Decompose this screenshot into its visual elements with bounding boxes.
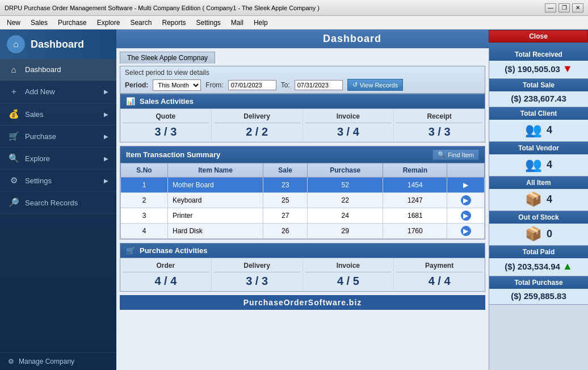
stat-title-2: Total Client bbox=[489, 107, 588, 120]
sidebar-item-search-records[interactable]: 🔎 Search Records bbox=[0, 192, 116, 214]
table-row[interactable]: 1 Mother Board 23 52 1454 ▶ bbox=[121, 178, 485, 193]
row-action-button-3[interactable]: ▶ bbox=[461, 226, 471, 236]
sidebar-item-sales[interactable]: 💰 Sales ▶ bbox=[0, 103, 116, 125]
find-item-button[interactable]: 🔍 Find Item bbox=[432, 149, 479, 160]
stat-title-5: Out of Stock bbox=[489, 211, 588, 224]
stat-count-container-5: 📦 0 bbox=[494, 226, 583, 242]
menu-item-sales[interactable]: Sales bbox=[26, 18, 52, 28]
close-dashboard-button[interactable]: Close bbox=[489, 30, 588, 43]
cart-icon: 🛒 bbox=[126, 246, 135, 255]
cell-action-0: ▶ bbox=[447, 178, 485, 193]
sidebar-item-label-1: Add New bbox=[25, 87, 55, 96]
menu-item-settings[interactable]: Settings bbox=[192, 18, 225, 28]
table-row[interactable]: 3 Printer 27 24 1681 ▶ bbox=[121, 208, 485, 224]
company-tab[interactable]: The Sleek Apple Compnay bbox=[120, 52, 215, 64]
maximize-button[interactable]: ❐ bbox=[558, 3, 570, 12]
sales-activity-cell-2: Invoice 3 / 4 bbox=[303, 109, 394, 142]
main-layout: ⌂ Dashboard ⌂ Dashboard ＋ Add New ▶ 💰 Sa… bbox=[0, 30, 588, 370]
sidebar-icon-6: 🔎 bbox=[8, 197, 19, 208]
dashboard-icon: ⌂ bbox=[7, 35, 25, 53]
period-controls: Period: This Month From: To: ↺ View Reco… bbox=[125, 79, 480, 91]
purchase-activities-header: 🛒 Purchase Activities bbox=[120, 243, 485, 258]
view-records-button[interactable]: ↺ View Records bbox=[347, 79, 404, 91]
cell-sno-0: 1 bbox=[121, 178, 168, 193]
cell-name-0: Mother Board bbox=[168, 178, 263, 193]
stat-card-5: Out of Stock 📦 0 bbox=[489, 211, 588, 246]
stat-value-1: ($) 238,607.43 bbox=[494, 94, 583, 103]
purchase-activity-value-3: 4 / 4 bbox=[396, 275, 482, 288]
cell-name-3: Hard Disk bbox=[168, 224, 263, 239]
from-label: From: bbox=[205, 81, 223, 89]
window-controls: — ❐ ✕ bbox=[545, 3, 583, 12]
purchase-activities-title: Purchase Activities bbox=[140, 246, 207, 255]
sidebar-item-add-new[interactable]: ＋ Add New ▶ bbox=[0, 81, 116, 103]
menu-bar: NewSalesPurchaseExploreSearchReportsSett… bbox=[0, 16, 588, 30]
chevron-right-icon: ▶ bbox=[104, 155, 108, 162]
cell-name-1: Keyboard bbox=[168, 193, 263, 208]
menu-item-help[interactable]: Help bbox=[249, 18, 272, 28]
find-item-label: Find Item bbox=[448, 152, 474, 158]
stat-card-3: Total Vendor 👥 4 bbox=[489, 142, 588, 176]
cell-purchase-1: 22 bbox=[308, 193, 383, 208]
close-window-button[interactable]: ✕ bbox=[572, 3, 583, 12]
up-arrow-icon: ▲ bbox=[562, 260, 573, 272]
table-row[interactable]: 2 Keyboard 25 22 1247 ▶ bbox=[121, 193, 485, 208]
sales-activities-title: Sales Activities bbox=[140, 97, 194, 106]
menu-item-search[interactable]: Search bbox=[125, 18, 156, 28]
sidebar-item-label-0: Dashboard bbox=[25, 65, 61, 74]
period-select[interactable]: This Month bbox=[153, 79, 201, 91]
cell-sno-2: 3 bbox=[121, 208, 168, 224]
from-date-input[interactable] bbox=[228, 80, 276, 90]
sidebar-header: ⌂ Dashboard bbox=[0, 30, 116, 59]
table-row[interactable]: 4 Hard Disk 26 29 1760 ▶ bbox=[121, 224, 485, 239]
sidebar-item-label-2: Sales bbox=[25, 110, 44, 119]
menu-item-explore[interactable]: Explore bbox=[93, 18, 125, 28]
purchase-activity-grid: Order 4 / 4 Delivery 3 / 3 Invoice 4 / 5… bbox=[120, 258, 485, 291]
item-transaction-panel: Item Transaction Summary 🔍 Find Item S.N… bbox=[120, 146, 485, 239]
cell-sno-1: 2 bbox=[121, 193, 168, 208]
sales-activities-header: 📊 Sales Activities bbox=[120, 94, 485, 108]
minimize-button[interactable]: — bbox=[545, 3, 556, 12]
sales-activity-label-2: Invoice bbox=[305, 112, 392, 123]
manage-company-button[interactable]: ⚙ Manage Company bbox=[0, 352, 116, 370]
sidebar-item-label-4: Explore bbox=[25, 154, 50, 163]
sales-activity-cell-0: Quote 3 / 3 bbox=[120, 109, 211, 142]
to-label: To: bbox=[281, 81, 290, 89]
row-action-button-0[interactable]: ▶ bbox=[461, 180, 471, 190]
sidebar-item-dashboard[interactable]: ⌂ Dashboard bbox=[0, 59, 116, 81]
table-header-0: S.No bbox=[121, 163, 168, 178]
stat-card-0: Total Received ($) 190,505.03▼ bbox=[489, 48, 588, 79]
row-action-button-2[interactable]: ▶ bbox=[461, 211, 471, 221]
menu-item-new[interactable]: New bbox=[2, 18, 25, 28]
purchase-activity-label-3: Payment bbox=[396, 262, 482, 272]
stat-icon-4: 📦 bbox=[525, 191, 542, 207]
sidebar: ⌂ Dashboard ⌂ Dashboard ＋ Add New ▶ 💰 Sa… bbox=[0, 30, 116, 370]
table-header-3: Purchase bbox=[308, 163, 383, 178]
stat-card-2: Total Client 👥 4 bbox=[489, 107, 588, 142]
stat-value-2: 4 bbox=[547, 124, 552, 136]
sidebar-item-explore[interactable]: 🔍 Explore ▶ bbox=[0, 148, 116, 170]
cell-sale-2: 27 bbox=[263, 208, 308, 224]
sidebar-item-purchase[interactable]: 🛒 Purchase ▶ bbox=[0, 125, 116, 148]
stat-title-0: Total Received bbox=[489, 48, 588, 61]
stat-count-container-2: 👥 4 bbox=[494, 122, 583, 138]
menu-item-reports[interactable]: Reports bbox=[157, 18, 190, 28]
center-panel: The Sleek Apple Compnay Select period to… bbox=[116, 48, 489, 370]
cell-remain-2: 1681 bbox=[383, 208, 447, 224]
cell-action-2: ▶ bbox=[447, 208, 485, 224]
sidebar-item-settings[interactable]: ⚙ Settings ▶ bbox=[0, 170, 116, 192]
table-header-2: Sale bbox=[263, 163, 308, 178]
stat-card-7: Total Purchase ($) 259,885.83 bbox=[489, 276, 588, 305]
stat-count-container-3: 👥 4 bbox=[494, 157, 583, 173]
sales-activity-value-1: 2 / 2 bbox=[214, 125, 300, 138]
stat-title-3: Total Vendor bbox=[489, 142, 588, 154]
view-records-label: View Records bbox=[360, 82, 398, 89]
sales-activity-value-0: 3 / 3 bbox=[123, 125, 209, 138]
row-action-button-1[interactable]: ▶ bbox=[461, 195, 471, 205]
window-title: DRPU Purchase Order Management Software … bbox=[5, 5, 320, 11]
to-date-input[interactable] bbox=[295, 80, 343, 90]
sales-activity-label-1: Delivery bbox=[214, 112, 300, 123]
menu-item-purchase[interactable]: Purchase bbox=[53, 18, 91, 28]
menu-item-mail[interactable]: Mail bbox=[226, 18, 248, 28]
chevron-right-icon: ▶ bbox=[104, 111, 108, 117]
